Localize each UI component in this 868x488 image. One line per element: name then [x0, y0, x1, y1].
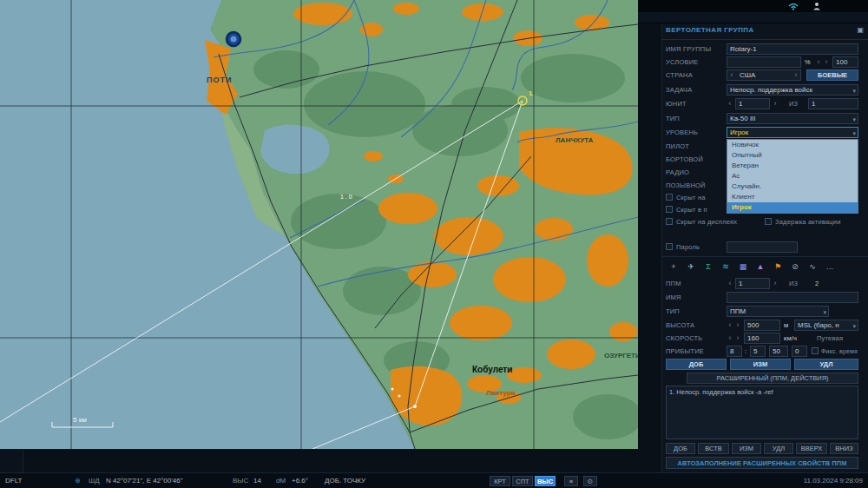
speed-input[interactable]: 160 [744, 333, 780, 344]
skill-option-veteran[interactable]: Ветеран [727, 161, 858, 171]
panel-title: ВЕРТОЛЕТНАЯ ГРУППА [666, 26, 754, 34]
ppm-index-input[interactable]: 1 [735, 278, 770, 289]
combat-coalition-button[interactable]: БОЕВЫЕ [806, 69, 858, 81]
condition-inc-icon[interactable]: › [823, 56, 830, 68]
wp-radio-icon[interactable]: ∿ [805, 260, 820, 273]
wp-grid-icon[interactable]: ▦ [735, 260, 751, 273]
alt-dec-icon[interactable]: ‹ [727, 320, 733, 331]
country-next-icon[interactable]: › [792, 69, 799, 81]
wp-edit-button[interactable]: ИЗМ [730, 359, 791, 370]
autofill-advanced-button[interactable]: АВТОЗАПОЛНЕНИЕ РАСШИРЕННЫХ СВОЙСТВ ППМ [666, 457, 858, 469]
speed-unit: км/ч [784, 333, 797, 344]
route-segment-note: 1 . 0 [340, 194, 352, 200]
task-up-button[interactable]: ВВЕРХ [796, 443, 827, 454]
city-label-laituri: Лаитури [486, 389, 516, 397]
skill-option-ace[interactable]: Ас [727, 171, 858, 181]
waypoint-task-list[interactable]: 1. Непоср. поддержка войск -a -ref [666, 386, 858, 439]
country-label: СТРАНА [666, 69, 693, 81]
password-checkbox[interactable] [666, 243, 673, 250]
unit-group-icon[interactable] [227, 32, 240, 46]
clock-icon[interactable]: ⊙ [583, 476, 597, 486]
task-dropdown-icon: ▾ [852, 86, 856, 96]
wp-sum-icon[interactable]: Σ [700, 260, 716, 273]
group-name-input[interactable]: Rotary-1 [727, 43, 858, 55]
map-canvas[interactable]: 1 1 . 0 ПОТИ ЛАНЧХУТА Кобулети Лаитури О… [0, 0, 638, 449]
layer-satellite-button[interactable]: СПТ [512, 476, 533, 486]
pilot-label: ПИЛОТ [666, 141, 689, 152]
wp-triangle-icon[interactable]: ▲ [753, 260, 768, 273]
task-list-item[interactable]: 1. Непоср. поддержка войск -a -ref [669, 388, 855, 396]
task-insert-button[interactable]: ВСТВ [698, 443, 729, 454]
skill-option-player[interactable]: Игрок [727, 202, 858, 213]
globe-icon: ⊕ [75, 473, 81, 488]
eta-ms-input[interactable]: 0 [792, 346, 807, 357]
percent-sign: % [805, 56, 811, 68]
wp-add-icon[interactable]: + [666, 260, 681, 273]
eta-seconds-input[interactable]: 50 [769, 346, 788, 357]
hidden-on-map-checkbox[interactable] [666, 194, 673, 201]
map-preset-selector[interactable]: DFLT [5, 473, 22, 488]
hidden-on-planner-checkbox[interactable] [666, 206, 673, 213]
country-prev-icon[interactable]: ‹ [728, 69, 735, 81]
panel-pin-icon[interactable]: ▣ [857, 26, 864, 34]
map-scale-label: 5 км [73, 416, 87, 424]
city-label-poti: ПОТИ [207, 76, 232, 84]
altitude-input[interactable]: 500 [744, 320, 780, 331]
password-input[interactable] [727, 241, 798, 253]
wp-aircraft-icon[interactable]: ✈ [683, 260, 699, 273]
list-icon[interactable]: ≡ [564, 476, 578, 486]
ppm-next-icon[interactable]: › [772, 278, 779, 289]
unit-type-select[interactable]: Ка-50 III ▾ [727, 113, 858, 124]
wp-deny-icon[interactable]: ⊘ [787, 260, 803, 273]
status-bar: DFLT ⊕ ШД N 42°07'21", E 42°00'46" ВЫС 1… [0, 472, 868, 488]
skill-option-client[interactable]: Клиент [727, 192, 858, 202]
unit-count-input[interactable]: 1 [808, 98, 858, 109]
eta-minutes-input[interactable]: 5 [750, 346, 766, 357]
task-edit-button[interactable]: ИЗМ [732, 443, 761, 454]
altitude-mode-select[interactable]: MSL (баро, н ▾ [794, 320, 858, 331]
late-activation-checkbox[interactable] [765, 218, 772, 225]
wp-name-input[interactable] [727, 292, 858, 303]
altitude-label: ВЫСОТА [666, 320, 694, 331]
tail-number-label: БОРТОВОЙ [666, 154, 703, 165]
alt-inc-icon[interactable]: › [734, 320, 741, 331]
layer-elevation-button[interactable]: ВЫС [535, 476, 556, 486]
task-delete-button[interactable]: УДЛ [764, 443, 793, 454]
wp-waves-icon[interactable]: ≋ [718, 260, 733, 273]
city-label-kobuleti: Кобулети [472, 365, 512, 374]
advanced-actions-button[interactable]: РАСШИРЕННЫЙ (ППМ, ДЕЙСТВИЯ) [687, 373, 858, 384]
unit-of-label: ИЗ [789, 98, 798, 109]
ppm-total: 2 [815, 278, 819, 289]
task-down-button[interactable]: ВНИЗ [830, 443, 858, 454]
unit-next-icon[interactable]: › [772, 98, 779, 109]
skill-option-random[interactable]: Случайн. [727, 181, 858, 192]
condition-dec-icon[interactable]: ‹ [815, 56, 822, 68]
alt-mode-dropdown-icon: ▾ [852, 321, 856, 331]
country-select[interactable]: ‹ США › [727, 69, 801, 81]
speed-mode-label[interactable]: Путевая [817, 333, 843, 344]
skill-option-trained[interactable]: Опытный [727, 150, 858, 161]
user-icon [812, 2, 821, 10]
ppm-prev-icon[interactable]: ‹ [727, 278, 733, 289]
wp-more-icon[interactable]: … [822, 260, 838, 273]
wp-type-select[interactable]: ППМ ▾ [727, 306, 829, 317]
unit-prev-icon[interactable]: ‹ [727, 98, 733, 109]
skill-option-novice[interactable]: Новичок [727, 140, 858, 150]
condition-value-input[interactable]: 100 [832, 56, 858, 68]
wp-delete-button[interactable]: УДЛ [794, 359, 858, 370]
wp-flag-icon[interactable]: ⚑ [770, 260, 786, 273]
wp-add-button[interactable]: ДОБ [666, 359, 727, 370]
eta-hours-input[interactable]: 8 [727, 346, 742, 357]
fixed-time-checkbox[interactable] [812, 347, 819, 354]
speed-dec-icon[interactable]: ‹ [727, 333, 733, 344]
skill-select[interactable]: Игрок ▾ [727, 127, 858, 138]
task-add-button[interactable]: ДОБ [666, 443, 695, 454]
eta-colon: : [745, 346, 746, 357]
unit-index-input[interactable]: 1 [735, 98, 770, 109]
task-select[interactable]: Непоср. поддержка войск ▾ [727, 84, 858, 96]
layer-map-button[interactable]: КРТ [490, 476, 510, 486]
hidden-on-mfd-checkbox[interactable] [666, 218, 673, 225]
condition-input[interactable] [727, 56, 801, 68]
mission-datetime: 11.03.2024 9:28:09 [804, 473, 863, 488]
speed-inc-icon[interactable]: › [734, 333, 741, 344]
